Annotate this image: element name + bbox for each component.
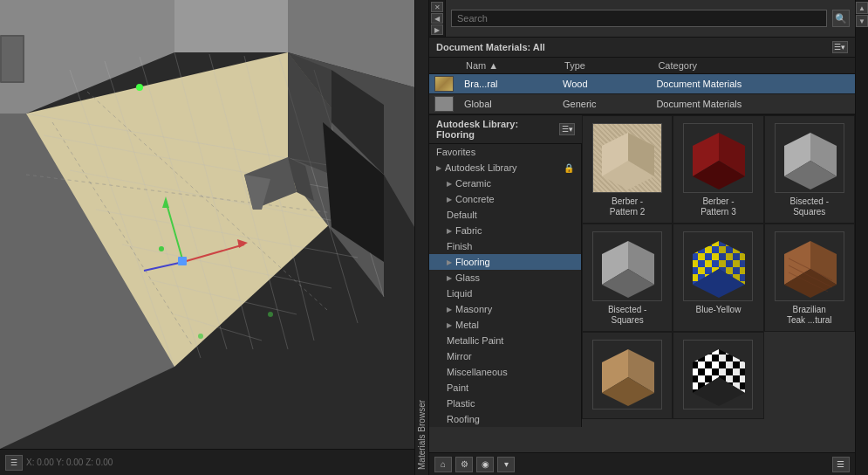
bottom-toolbar: ⌂ ⚙ ◉ ▾ ☰ xyxy=(429,452,855,475)
material-cell-bisected-sq1[interactable]: Bisected -Squares xyxy=(764,115,855,224)
flooring-label: Flooring xyxy=(455,257,490,267)
tree-item-ceramic[interactable]: ▶ Ceramic xyxy=(429,176,581,191)
plastic-label: Plastic xyxy=(447,398,475,409)
svg-rect-28 xyxy=(2,37,23,81)
mat-thumbnail-berber2 xyxy=(592,123,662,193)
mat-type-2: Generic xyxy=(557,94,651,114)
viewport-3d[interactable]: ☰ X: 0.00 Y: 0.00 Z: 0.00 xyxy=(0,0,414,475)
glass-label: Glass xyxy=(455,272,480,283)
expand-arrow-icon: ▶ xyxy=(436,164,441,172)
search-button[interactable]: 🔍 xyxy=(832,10,850,27)
viewport-toolbar: ☰ X: 0.00 Y: 0.00 Z: 0.00 xyxy=(0,449,414,475)
library-view-toggle[interactable]: ☰▾ xyxy=(559,123,575,135)
miscellaneous-label: Miscellaneous xyxy=(447,367,508,377)
doc-materials-title: Document Materials: All xyxy=(436,42,545,52)
svg-point-45 xyxy=(268,312,273,317)
svg-point-42 xyxy=(136,84,143,91)
autodesk-library-label: Autodesk Library xyxy=(445,162,517,173)
tree-item-liquid[interactable]: Liquid xyxy=(429,286,581,301)
svg-rect-41 xyxy=(178,257,187,265)
materials-browser-label: Materials Browser xyxy=(414,0,428,475)
tree-item-fabric[interactable]: ▶ Fabric xyxy=(429,223,581,238)
mat-type-1: Wood xyxy=(557,74,651,94)
mat-label-brazilian-teak: BrazilianTeak ...tural xyxy=(787,305,832,326)
table-row[interactable]: Global Generic Document Materials xyxy=(429,94,855,114)
tree-item-plastic[interactable]: Plastic xyxy=(429,396,581,411)
pin-icon[interactable]: ▶ xyxy=(431,24,443,35)
tree-item-default[interactable]: Default xyxy=(429,207,581,223)
mat-category-2: Document Materials xyxy=(651,94,854,114)
tree-item-glass[interactable]: ▶ Glass xyxy=(429,270,581,286)
tree-item-favorites[interactable]: Favorites xyxy=(429,144,581,160)
tree-item-mirror[interactable]: Mirror xyxy=(429,348,581,364)
tree-item-miscellaneous[interactable]: Miscellaneous xyxy=(429,364,581,380)
list-view-toggle[interactable]: ☰▾ xyxy=(832,41,848,53)
tree-item-flooring[interactable]: ▶ Flooring xyxy=(429,254,581,270)
default-label: Default xyxy=(447,210,477,220)
panel-up-icon[interactable]: ▲ xyxy=(856,2,868,14)
mat-label-bisected-sq2: Bisected -Squares xyxy=(608,305,646,326)
tree-item-metal[interactable]: ▶ Metal xyxy=(429,317,581,333)
material-cell-bisected-sq2[interactable]: Bisected -Squares xyxy=(582,224,673,332)
tree-item-masonry[interactable]: ▶ Masonry xyxy=(429,301,581,317)
settings-btn[interactable]: ☰ xyxy=(832,457,850,472)
tree-item-paint[interactable]: Paint xyxy=(429,380,581,396)
col-type: Type xyxy=(557,58,651,74)
tree-item-finish[interactable]: Finish xyxy=(429,238,581,254)
concrete-expand-icon: ▶ xyxy=(447,196,452,203)
metallic-paint-label: Metallic Paint xyxy=(447,335,503,346)
svg-point-43 xyxy=(159,246,164,251)
svg-marker-29 xyxy=(288,52,331,175)
table-row[interactable]: Bra...ral Wood Document Materials xyxy=(429,74,855,94)
mat-thumbnail-bisected-sq2 xyxy=(592,231,662,301)
material-cell-brazilian-teak[interactable]: BrazilianTeak ...tural xyxy=(764,224,855,332)
collapse-icon[interactable]: ◀ xyxy=(431,13,443,24)
mat-thumbnail-brazilian-teak xyxy=(775,231,844,301)
library-section: Autodesk Library: Flooring ☰▾ Favorites … xyxy=(429,115,855,452)
tree-item-concrete[interactable]: ▶ Concrete xyxy=(429,191,581,207)
close-icon[interactable]: ✕ xyxy=(431,2,443,12)
material-cell-blue-yellow[interactable]: Blue-Yellow xyxy=(673,224,763,332)
favorites-label: Favorites xyxy=(436,147,475,157)
search-input[interactable] xyxy=(451,10,827,27)
tree-item-roofing[interactable]: Roofing xyxy=(429,411,581,427)
flooring-expand-icon: ▶ xyxy=(447,258,452,266)
material-cell-row4a[interactable] xyxy=(582,332,673,419)
mat-label-berber3: Berber -Pattern 3 xyxy=(701,196,736,217)
material-cell-berber2[interactable]: Berber -Pattern 2 xyxy=(582,115,673,224)
fabric-expand-icon: ▶ xyxy=(447,227,452,235)
lock-icon: 🔒 xyxy=(564,163,574,173)
library-title: Autodesk Library: Flooring xyxy=(436,119,559,140)
col-swatch xyxy=(429,58,459,74)
home-icon-btn[interactable]: ⌂ xyxy=(434,457,452,472)
mat-thumbnail-berber3 xyxy=(683,123,753,193)
viewport-menu-btn[interactable]: ☰ xyxy=(5,455,23,471)
mat-name-2: Global xyxy=(459,94,557,114)
ceramic-label: Ceramic xyxy=(455,178,491,189)
material-swatch-1 xyxy=(434,76,454,92)
mat-name-1: Bra...ral xyxy=(459,74,557,94)
glass-expand-icon: ▶ xyxy=(447,274,452,282)
material-btn[interactable]: ◉ xyxy=(476,457,494,472)
material-cell-row4b[interactable] xyxy=(673,332,763,419)
materials-panel-content: ✕ ◀ ▶ 🔍 Document Materials: All ☰▾ xyxy=(428,0,855,475)
library-tree: Favorites ▶ Autodesk Library 🔒 ▶ Ceramic… xyxy=(429,144,582,427)
materials-browser-panel: Materials Browser ✕ ◀ ▶ 🔍 Document Mater… xyxy=(414,0,868,475)
svg-point-44 xyxy=(198,334,203,339)
ceramic-expand-icon: ▶ xyxy=(447,180,452,188)
material-cell-berber3[interactable]: Berber -Pattern 3 xyxy=(673,115,763,224)
mat-thumbnail-row4a xyxy=(592,340,662,410)
tree-item-autodesk-library[interactable]: ▶ Autodesk Library 🔒 xyxy=(429,160,581,176)
material-swatch-2 xyxy=(434,96,454,112)
mat-thumbnail-blue-yellow xyxy=(683,231,753,301)
tree-item-metallic-paint[interactable]: Metallic Paint xyxy=(429,333,581,348)
doc-materials-section: Document Materials: All ☰▾ Nam ▲ Type Ca… xyxy=(429,38,855,115)
panel-down-icon[interactable]: ▼ xyxy=(856,15,868,27)
mat-thumbnail-bisected-sq1 xyxy=(775,123,844,193)
gear-btn[interactable]: ⚙ xyxy=(455,457,473,472)
col-name[interactable]: Nam ▲ xyxy=(459,58,557,74)
col-category: Category xyxy=(651,58,854,74)
paint-label: Paint xyxy=(447,382,468,393)
masonry-label: Masonry xyxy=(455,304,492,314)
dropdown-btn[interactable]: ▾ xyxy=(497,457,515,472)
